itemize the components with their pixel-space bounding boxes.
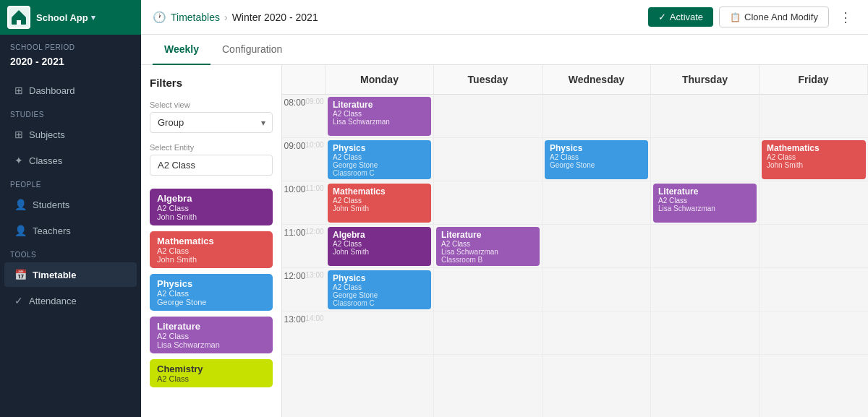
day-col-tuesday: Literature A2 Class Lisa Schwarzman Clas… (434, 95, 542, 417)
slot-fri-3 (760, 225, 868, 268)
slot-mon-5 (326, 311, 433, 355)
event-tue-literature[interactable]: Literature A2 Class Lisa Schwarzman Clas… (436, 227, 540, 266)
lesson-card-chemistry[interactable]: Chemistry A2 Class (150, 359, 273, 387)
sidebar: School App ▾ School Period 2020 - 2021 ⊞… (0, 0, 141, 417)
card-class: A2 Class (157, 332, 265, 340)
app-name: School App ▾ (36, 12, 95, 23)
card-class: A2 Class (157, 374, 265, 383)
sidebar-item-label: Subjects (29, 129, 65, 140)
card-teacher: Lisa Schwarzman (157, 340, 265, 349)
sidebar-item-attendance[interactable]: ✓ Attendance (4, 288, 137, 313)
breadcrumb-current: Winter 2020 - 2021 (232, 12, 318, 23)
school-logo (7, 6, 30, 29)
day-header-friday: Friday (760, 65, 868, 94)
slot-wed-4 (542, 268, 650, 311)
event-thu-literature[interactable]: Literature A2 Class Lisa Schwarzman (653, 184, 757, 223)
slot-tue-5 (434, 311, 542, 355)
studies-section-label: Studies (0, 103, 141, 121)
select-view-dropdown[interactable]: Group Teacher Room (150, 112, 273, 133)
slot-tue-4 (434, 268, 542, 311)
slot-thu-5 (651, 311, 759, 355)
card-subject: Chemistry (157, 364, 265, 374)
lesson-card-physics[interactable]: Physics A2 Class George Stone (150, 274, 273, 311)
breadcrumb-icon: 🕐 (153, 11, 166, 24)
content: Weekly Configuration Filters Select view… (141, 35, 868, 417)
event-mon-physics2[interactable]: Physics A2 Class George Stone Classroom … (328, 270, 431, 309)
school-year: 2020 - 2021 (0, 56, 141, 77)
lesson-card-algebra[interactable]: Algebra A2 Class John Smith (150, 189, 273, 225)
more-options-button[interactable]: ⋮ (835, 7, 856, 28)
slot-thu-3 (651, 225, 759, 268)
lesson-card-literature[interactable]: Literature A2 Class Lisa Schwarzman (150, 317, 273, 353)
sidebar-item-teachers[interactable]: 👤 Teachers (4, 218, 137, 243)
slot-fri-5 (760, 311, 868, 355)
topbar: 🕐 Timetables › Winter 2020 - 2021 ✓ Acti… (141, 0, 868, 35)
main-area: 🕐 Timetables › Winter 2020 - 2021 ✓ Acti… (141, 0, 868, 417)
tabs: Weekly Configuration (141, 35, 868, 65)
entity-input[interactable] (150, 155, 282, 175)
card-class: A2 Class (157, 204, 265, 212)
teachers-icon: 👤 (14, 225, 27, 236)
event-mon-mathematics[interactable]: Mathematics A2 Class John Smith (328, 184, 431, 223)
svg-rect-3 (17, 20, 21, 25)
card-subject: Mathematics (157, 236, 265, 246)
event-mon-physics[interactable]: Physics A2 Class George Stone Classroom … (328, 140, 431, 179)
dashboard-icon: ⊞ (14, 85, 23, 96)
day-col-friday: Mathematics A2 Class John Smith (760, 95, 868, 417)
sidebar-item-subjects[interactable]: ⊞ Subjects (4, 122, 137, 147)
day-header-thursday: Thursday (651, 65, 760, 94)
people-section-label: People (0, 173, 141, 192)
filters-panel: Filters Select view Group Teacher Room S… (141, 65, 282, 417)
time-slot-1100: 11:0012:00 (282, 225, 326, 268)
sidebar-item-students[interactable]: 👤 Students (4, 192, 137, 217)
sidebar-item-dashboard[interactable]: ⊞ Dashboard (4, 78, 137, 103)
card-class: A2 Class (157, 246, 265, 255)
sidebar-item-timetable[interactable]: 📅 Timetable (4, 262, 137, 287)
time-column: 08:0009:00 09:0010:00 10:0011:00 11:0012… (282, 95, 326, 417)
event-mon-algebra[interactable]: Algebra A2 Class John Smith (328, 227, 431, 266)
slot-tue-0 (434, 95, 542, 138)
tab-weekly[interactable]: Weekly (153, 35, 210, 65)
slot-fri-0 (760, 95, 868, 138)
entity-select-wrapper: × ▾ (150, 155, 273, 176)
slot-tue-1 (434, 138, 542, 181)
sidebar-item-label: Classes (29, 155, 62, 166)
subjects-icon: ⊞ (14, 129, 23, 140)
slot-tue-2 (434, 181, 542, 225)
classes-icon: ✦ (14, 155, 23, 166)
school-period-label: School Period (0, 35, 141, 56)
day-col-wednesday: Physics A2 Class George Stone (542, 95, 651, 417)
time-header (282, 65, 326, 94)
tools-section-label: Tools (0, 244, 141, 262)
slot-wed-2 (542, 181, 650, 225)
event-mon-literature[interactable]: Literature A2 Class Lisa Schwarzman (328, 97, 431, 136)
sidebar-item-label: Timetable (33, 270, 76, 280)
activate-button[interactable]: ✓ Activate (648, 7, 713, 27)
dropdown-icon[interactable]: ▾ (91, 13, 95, 22)
slot-wed-3 (542, 225, 650, 268)
slot-fri-2 (760, 181, 868, 225)
time-slot-1200: 12:0013:00 (282, 268, 326, 311)
breadcrumb: 🕐 Timetables › Winter 2020 - 2021 (153, 11, 642, 24)
card-subject: Literature (157, 321, 265, 332)
tab-configuration[interactable]: Configuration (210, 35, 294, 65)
day-col-monday: Literature A2 Class Lisa Schwarzman Phys… (326, 95, 434, 417)
slot-thu-4 (651, 268, 759, 311)
select-view-wrapper: Group Teacher Room (150, 112, 273, 133)
topbar-actions: ✓ Activate 📋 Clone And Modify ⋮ (648, 7, 856, 28)
lesson-card-mathematics[interactable]: Mathematics A2 Class John Smith (150, 231, 273, 268)
card-subject: Physics (157, 278, 265, 289)
sidebar-item-classes[interactable]: ✦ Classes (4, 148, 137, 173)
card-class: A2 Class (157, 289, 265, 298)
time-slot-0900: 09:0010:00 (282, 138, 326, 181)
day-header-wednesday: Wednesday (542, 65, 651, 94)
slot-thu-0 (651, 95, 759, 138)
event-fri-mathematics[interactable]: Mathematics A2 Class John Smith (762, 140, 866, 179)
slot-wed-0 (542, 95, 650, 138)
event-wed-physics[interactable]: Physics A2 Class George Stone (545, 140, 648, 179)
day-col-thursday: Literature A2 Class Lisa Schwarzman (651, 95, 760, 417)
breadcrumb-parent[interactable]: Timetables (171, 12, 220, 23)
attendance-icon: ✓ (14, 295, 23, 306)
clone-button[interactable]: 📋 Clone And Modify (719, 7, 829, 27)
slot-wed-5 (542, 311, 650, 355)
